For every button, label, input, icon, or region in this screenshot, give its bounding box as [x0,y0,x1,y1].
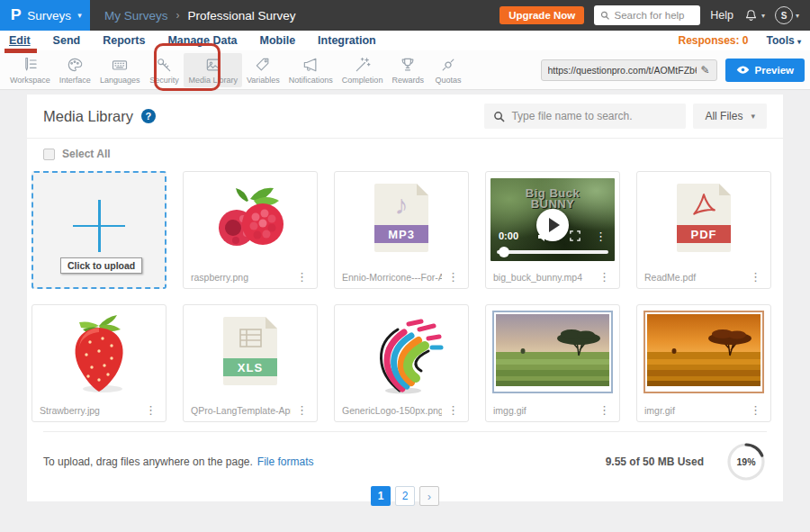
breadcrumb: My Surveys › Professional Survey [104,9,296,23]
next-page-button[interactable]: › [419,486,439,506]
help-search-input[interactable] [614,10,694,21]
avatar: S [775,6,793,24]
select-all-label: Select All [62,148,111,160]
toolbar-item-interface[interactable]: Interface [55,53,95,87]
adobe-pdf-icon [690,192,717,219]
media-tile-video[interactable]: Big Buck BUNNY 0:00 ⋮ big_buck_bunny.mp4… [485,171,620,289]
media-tile-mp3[interactable]: ♪ MP3 Ennio-Morricone---For-A-... ⋮ [334,171,469,289]
chevron-down-icon: ▾ [761,12,765,20]
edit-pencil-icon[interactable]: ✎ [700,64,709,77]
help-search-box[interactable] [594,5,700,25]
media-tile-xls[interactable]: XLS QPro-LangTemplate-April... ⋮ [183,304,318,422]
music-note-icon: ♪ [395,190,409,221]
video-player[interactable]: Big Buck BUNNY 0:00 ⋮ [490,178,615,261]
tab-reports[interactable]: Reports [103,34,145,47]
file-name: big_buck_bunny.mp4 [493,272,593,283]
strawberry-thumbnail [32,305,166,399]
video-progress-bar[interactable] [497,250,608,254]
survey-nav: Edit Send Reports Manage Data Mobile Int… [0,31,810,50]
progress-knob[interactable] [499,247,509,257]
megaphone-icon [302,56,320,74]
eye-icon [736,65,750,75]
bell-icon [743,8,759,23]
kebab-menu-icon[interactable]: ⋮ [294,404,310,416]
file-formats-link[interactable]: File formats [257,455,314,468]
toolbar-item-media-library[interactable]: Media Library [184,53,242,87]
help-question-icon[interactable]: ? [141,109,156,123]
chevron-down-icon: ▾ [797,38,801,46]
preview-button[interactable]: Preview [725,59,805,82]
questionpro-logo: P [11,6,22,24]
select-all-checkbox[interactable] [43,149,55,160]
help-link[interactable]: Help [710,9,734,22]
search-icon [493,111,505,122]
kebab-menu-icon[interactable]: ⋮ [748,271,763,283]
upgrade-now-button[interactable]: Upgrade Now [500,6,584,24]
media-tile-imgg[interactable]: imgg.gif ⋮ [485,304,620,422]
file-type-filter[interactable]: All Files ▾ [693,104,767,129]
kebab-menu-icon[interactable]: ⋮ [446,271,461,283]
tab-integration[interactable]: Integration [318,34,376,47]
pdf-badge: PDF [677,225,731,243]
responses-count[interactable]: Responses: 0 [679,34,749,47]
file-name: QPro-LangTemplate-April... [191,405,291,416]
toolbar-item-security[interactable]: Security [144,53,184,87]
file-search-input[interactable] [511,110,677,122]
media-tile-strawberry[interactable]: Strawberry.jpg ⋮ [32,304,166,422]
survey-url-field[interactable]: https://questionpro.com/t/AOMtFZb6N ✎ [541,59,717,81]
toolbar-item-languages[interactable]: Languages [95,53,145,87]
kebab-menu-icon[interactable]: ⋮ [748,404,763,416]
product-switcher[interactable]: P Surveys ▾ [0,0,90,31]
tab-mobile[interactable]: Mobile [260,34,296,47]
media-tile-logo[interactable]: GenericLogo-150px.png ⋮ [334,304,469,422]
kebab-menu-icon[interactable]: ⋮ [597,404,612,416]
toolbar-item-workspace[interactable]: Workspace [5,53,55,87]
kebab-menu-icon[interactable]: ⋮ [597,271,612,283]
framed-image [492,311,613,393]
tab-edit[interactable]: Edit [9,34,31,47]
kebab-menu-icon[interactable]: ⋮ [294,271,310,283]
page-title: Media Library [43,108,133,125]
video-kebab-icon[interactable]: ⋮ [595,230,607,243]
product-menu-label: Surveys [27,9,71,23]
toolbar-item-completion[interactable]: Completion [338,53,388,87]
framed-image [644,311,764,393]
key-icon [155,56,173,74]
video-thumbnail: Big Buck BUNNY 0:00 ⋮ [486,172,619,266]
notifications-bell[interactable]: ▾ [743,8,765,23]
tab-send[interactable]: Send [53,34,81,47]
page-1-button[interactable]: 1 [371,486,391,506]
mp3-badge: MP3 [374,225,428,243]
trophy-icon [399,56,417,74]
kebab-menu-icon[interactable]: ⋮ [143,404,158,416]
toolbar-item-quotas[interactable]: Quotas [428,53,468,87]
file-search-box[interactable] [484,104,686,129]
fullscreen-icon[interactable] [570,230,580,241]
page-2-button[interactable]: 2 [395,486,415,506]
magic-wand-icon [354,56,372,74]
toolbar-item-variables[interactable]: Variables [242,53,284,87]
workspace-icon [21,56,39,74]
main-content: Media Library ? All Files ▾ Select All [0,90,810,501]
file-name: raspberry.png [191,272,291,283]
search-icon [600,10,609,21]
orange-landscape-thumbnail [637,305,770,399]
media-tile-imgr[interactable]: imgr.gif ⋮ [636,304,771,422]
upload-tile[interactable]: Click to upload [32,171,166,289]
green-landscape-thumbnail [486,305,619,399]
chain-links-icon [439,56,457,74]
volume-icon[interactable] [537,231,550,242]
breadcrumb-my-surveys[interactable]: My Surveys [104,9,168,23]
file-name: ReadMe.pdf [644,272,744,283]
palette-icon [66,56,84,74]
keyboard-icon [111,56,129,74]
media-tile-raspberry[interactable]: raspberry.png ⋮ [183,171,318,289]
toolbar-item-rewards[interactable]: Rewards [387,53,428,87]
media-tile-pdf[interactable]: PDF ReadMe.pdf ⋮ [636,171,771,289]
tools-menu[interactable]: Tools ▾ [767,34,801,47]
kebab-menu-icon[interactable]: ⋮ [446,404,461,416]
toolbar-item-notifications[interactable]: Notifications [284,53,338,87]
breadcrumb-separator: › [176,9,180,22]
tab-manage-data[interactable]: Manage Data [167,34,237,47]
account-menu[interactable]: S ▾ [775,6,799,24]
